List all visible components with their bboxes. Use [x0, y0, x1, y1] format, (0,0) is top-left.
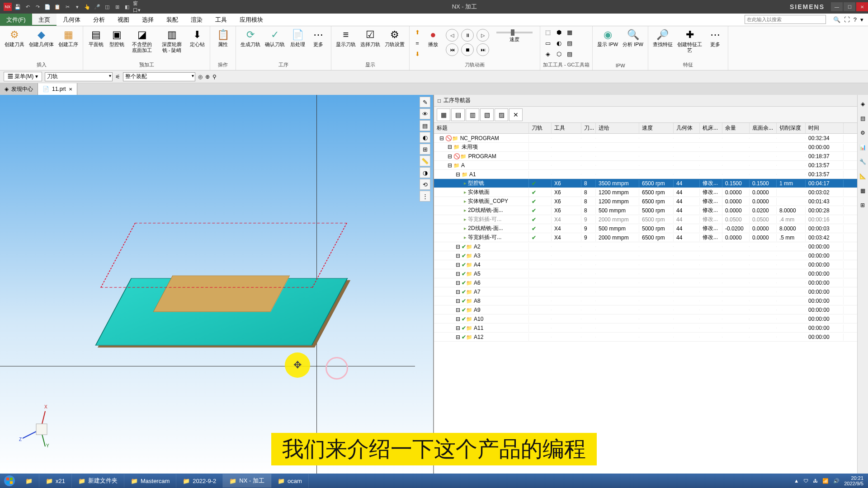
rail-icon-2[interactable]: ▤ — [858, 112, 868, 125]
cut-icon[interactable]: ✂ — [63, 3, 71, 11]
tab-view[interactable]: 视图 — [111, 14, 136, 26]
close-tab-icon[interactable]: ✕ — [69, 87, 72, 92]
toolpath-settings-button[interactable]: ⚙刀轨设置 — [383, 27, 406, 48]
filter-dropdown-1[interactable]: 刀轨 — [45, 72, 113, 81]
col-tool[interactable]: 工具 — [552, 123, 581, 133]
touch-icon[interactable]: 👆 — [83, 3, 91, 11]
mic-icon[interactable]: 🎤 — [93, 3, 101, 11]
vp-layer-icon[interactable]: ▤ — [420, 120, 430, 131]
undo-icon[interactable]: ↶ — [24, 3, 32, 11]
gc3-icon[interactable]: ◈ — [543, 49, 553, 59]
rail-icon-4[interactable]: 📊 — [858, 141, 868, 154]
nav-view5-icon[interactable]: ▨ — [495, 108, 508, 121]
col-track[interactable]: 刀轨 — [529, 123, 552, 133]
col-speed[interactable]: 速度 — [639, 123, 674, 133]
gc7-icon[interactable]: ▦ — [565, 27, 575, 37]
table-row[interactable]: ⊟ ✔📁 A1200:00:00 — [434, 333, 868, 342]
taskbar-item[interactable]: 📁新建文件夹 — [72, 474, 124, 488]
help-icon[interactable]: ? — [854, 16, 857, 23]
maximize-button[interactable]: ☐ — [844, 2, 855, 11]
sel-icon-2[interactable]: ⊕ — [205, 74, 210, 80]
window-dd-icon[interactable]: 窗口▾ — [133, 3, 141, 11]
paste-icon[interactable]: 📋 — [53, 3, 61, 11]
taskbar-item[interactable]: 📁2022-9-2 — [176, 474, 223, 488]
gc5-icon[interactable]: ◐ — [554, 38, 564, 48]
vp-measure-icon[interactable]: 📏 — [420, 155, 430, 166]
table-row[interactable]: ⊟ ✔📁 A500:00:00 — [434, 269, 868, 278]
tab-tool[interactable]: 工具 — [209, 14, 233, 26]
gc9-icon[interactable]: ▨ — [565, 49, 575, 59]
create-geom-button[interactable]: ◆创建几何体 — [27, 27, 56, 48]
nav-view4-icon[interactable]: ▧ — [480, 108, 494, 121]
nav-close-icon[interactable]: ✕ — [509, 108, 523, 121]
table-row[interactable]: ⊟ 📁 A100:13:57 — [434, 170, 868, 179]
table-row[interactable]: ⊟ ✔📁 A400:00:00 — [434, 260, 868, 269]
create-tool-button[interactable]: ⚙创建刀具 — [3, 27, 26, 48]
rail-icon-1[interactable]: ◈ — [858, 98, 868, 110]
vp-orient-icon[interactable]: ⟲ — [420, 179, 430, 190]
fullscreen-icon[interactable]: ⛶ — [844, 16, 850, 23]
rail-icon-6[interactable]: 📐 — [858, 170, 868, 183]
find-feature-button[interactable]: 🔎查找特征 — [651, 27, 675, 48]
help-dd-icon[interactable]: ▾ — [860, 16, 863, 23]
vp-wcs-icon[interactable]: ⊞ — [420, 144, 430, 155]
redo-icon[interactable]: ↷ — [33, 3, 42, 11]
copy-icon[interactable]: 📄 — [43, 3, 52, 11]
table-row[interactable]: ⊟ ✔📁 A800:00:00 — [434, 296, 868, 305]
table-row[interactable]: ⊟ ✔📁 A600:00:00 — [434, 278, 868, 287]
table-row[interactable]: ⊟ 📁 未用项00:00:00 — [434, 143, 868, 152]
table-row[interactable]: ▸ 2D线精铣-面...✔X49500 mmpm5000 rpm44修改...-… — [434, 224, 868, 233]
show-toolpath-button[interactable]: ≡显示刀轨 — [334, 27, 358, 48]
tab-discover[interactable]: ◈ 发现中心 — [0, 83, 38, 95]
tab-home[interactable]: 主页 — [32, 14, 57, 26]
col-feed[interactable]: 进给 — [596, 123, 639, 133]
gc8-icon[interactable]: ▧ — [565, 38, 575, 48]
equals-icon[interactable]: = — [412, 38, 422, 48]
col-floor[interactable]: 底面余... — [750, 123, 777, 133]
down-arrow-icon[interactable]: ⬇ — [412, 49, 422, 59]
speed-slider[interactable]: 速度 — [492, 27, 537, 45]
play-more-button[interactable]: ●播放 — [423, 27, 443, 48]
cavity-mill-button[interactable]: ▣型腔铣 — [107, 27, 127, 48]
generate-button[interactable]: ⟳生成刀轨 — [239, 27, 262, 48]
gc2-icon[interactable]: ▭ — [543, 38, 553, 48]
search-input[interactable] — [745, 15, 826, 24]
navigator-table[interactable]: 标题 刀轨 工具 刀... 进给 速度 几何体 机床... 余量 底面余... … — [434, 123, 868, 474]
verify-button[interactable]: ✓确认刀轨 — [263, 27, 287, 48]
table-row[interactable]: ▸ 等宽斜插-可...✔X492000 mmpm6500 rpm44修改...0… — [434, 233, 868, 242]
properties-button[interactable]: 📋属性 — [213, 27, 233, 48]
table-row[interactable]: ⊟ 🚫📁 PROGRAM00:18:37 — [434, 152, 868, 161]
col-machine[interactable]: 机床... — [700, 123, 722, 133]
vp-more-icon[interactable]: ⋮ — [420, 191, 430, 202]
col-stock[interactable]: 余量 — [722, 123, 750, 133]
window2-icon[interactable]: ⊞ — [113, 3, 121, 11]
save-icon[interactable]: 💾 — [14, 3, 22, 11]
floor-wall-button[interactable]: ◪不含壁的 底面加工 — [127, 27, 156, 54]
3d-viewport[interactable]: ✥ Z X Y ✎ 👁 ▤ ◐ ⊞ 📏 ◑ ⟲ ⋮ — [0, 95, 434, 474]
vp-clip-icon[interactable]: ◐ — [420, 132, 430, 143]
table-row[interactable]: ⊟ ✔📁 A1100:00:00 — [434, 324, 868, 333]
col-toolholder[interactable]: 刀... — [581, 123, 596, 133]
tab-file-11[interactable]: 📄 11.prt ✕ — [38, 83, 77, 95]
zlevel-button[interactable]: ▥深度轮廓 铣 - 陡峭 — [157, 27, 186, 54]
vp-hide-icon[interactable]: 👁 — [420, 108, 430, 119]
select-toolpath-button[interactable]: ☑选择刀轨 — [359, 27, 382, 48]
more-feat-button[interactable]: ⋯更多 — [705, 27, 725, 48]
vp-edit-icon[interactable]: ✎ — [420, 97, 430, 108]
start-button[interactable] — [0, 474, 19, 488]
table-row[interactable]: ⊟ ✔📁 A300:00:00 — [434, 251, 868, 260]
skip-back-icon[interactable]: ⏮ — [446, 43, 458, 56]
gc4-icon[interactable]: ⬢ — [554, 27, 564, 37]
tray-icon-1[interactable]: ▲ — [794, 478, 799, 483]
table-row[interactable]: ▸ 2D线精铣-面...✔X68500 mmpm5000 rpm44修改...0… — [434, 206, 868, 215]
nav-view2-icon[interactable]: ▤ — [451, 108, 465, 121]
planar-mill-button[interactable]: ▤平面铣 — [86, 27, 106, 48]
table-row[interactable]: ▸ 型腔铣✔X683500 mmpm6500 rpm44修改...0.15000… — [434, 179, 868, 188]
analyze-ipw-button[interactable]: 🔍分析 IPW — [621, 27, 645, 48]
filter-icon[interactable]: ⚟ — [115, 74, 120, 80]
taskbar-explorer[interactable]: 📁 — [19, 474, 39, 488]
postprocess-button[interactable]: 📄后处理 — [288, 27, 307, 48]
tab-assembly[interactable]: 装配 — [160, 14, 184, 26]
pause-icon[interactable]: ⏸ — [461, 29, 474, 42]
sel-icon-3[interactable]: ⚲ — [212, 74, 217, 80]
